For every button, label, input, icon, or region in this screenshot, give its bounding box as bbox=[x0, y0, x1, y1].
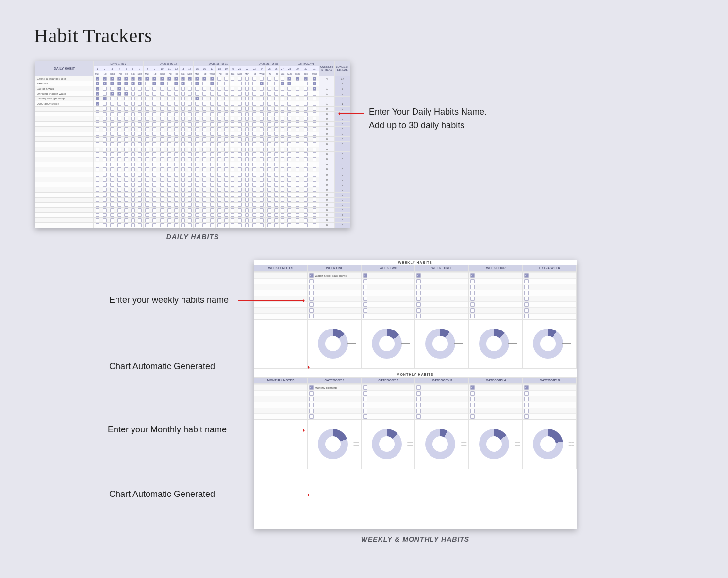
checkbox-icon[interactable] bbox=[416, 403, 421, 407]
checkbox-icon[interactable] bbox=[152, 213, 156, 217]
habit-day-cell[interactable] bbox=[116, 223, 123, 228]
habit-day-cell[interactable] bbox=[193, 96, 201, 101]
habit-day-cell[interactable] bbox=[230, 116, 236, 121]
habit-day-cell[interactable] bbox=[258, 172, 266, 177]
habit-day-cell[interactable] bbox=[251, 106, 258, 111]
habit-day-cell[interactable] bbox=[166, 96, 173, 101]
checkbox-icon[interactable] bbox=[195, 107, 199, 111]
checkbox-icon[interactable] bbox=[238, 178, 242, 182]
habit-row[interactable] bbox=[308, 296, 361, 301]
checkbox-icon[interactable] bbox=[202, 102, 206, 106]
habit-day-cell[interactable] bbox=[243, 142, 251, 147]
checkbox-icon[interactable] bbox=[188, 142, 192, 146]
checkbox-icon[interactable] bbox=[309, 291, 314, 295]
checkbox-icon[interactable] bbox=[470, 314, 475, 318]
habit-row[interactable] bbox=[362, 307, 415, 313]
habit-day-cell[interactable] bbox=[173, 198, 180, 202]
habit-day-cell[interactable] bbox=[208, 132, 216, 136]
habit-day-cell[interactable] bbox=[193, 147, 201, 151]
habit-day-cell[interactable] bbox=[230, 142, 236, 147]
habit-day-cell[interactable] bbox=[143, 192, 151, 197]
checkbox-icon[interactable] bbox=[167, 87, 171, 91]
habit-day-cell[interactable] bbox=[302, 207, 310, 212]
checkbox-icon[interactable] bbox=[181, 77, 185, 81]
checkbox-icon[interactable] bbox=[152, 152, 156, 156]
checkbox-icon[interactable] bbox=[260, 117, 264, 121]
checkbox-icon[interactable] bbox=[174, 213, 178, 217]
checkbox-icon[interactable] bbox=[274, 77, 278, 81]
checkbox-icon[interactable] bbox=[281, 137, 284, 141]
habit-day-cell[interactable] bbox=[230, 121, 236, 126]
checkbox-icon[interactable] bbox=[260, 142, 264, 146]
checkbox-icon[interactable] bbox=[202, 167, 206, 171]
checkbox-icon[interactable] bbox=[238, 167, 242, 171]
checkbox-icon[interactable] bbox=[103, 223, 107, 227]
checkbox-icon[interactable] bbox=[160, 152, 164, 156]
habit-day-cell[interactable] bbox=[286, 192, 293, 197]
habit-row[interactable] bbox=[308, 307, 361, 313]
habit-day-cell[interactable] bbox=[230, 76, 236, 81]
checkbox-icon[interactable] bbox=[224, 142, 228, 146]
checkbox-icon[interactable] bbox=[195, 117, 199, 121]
habit-day-cell[interactable] bbox=[223, 182, 229, 187]
checkbox-icon[interactable] bbox=[274, 152, 278, 156]
checkbox-icon[interactable] bbox=[96, 193, 99, 197]
checkbox-icon[interactable] bbox=[131, 102, 135, 106]
habit-day-cell[interactable] bbox=[108, 81, 116, 86]
habit-day-cell[interactable] bbox=[273, 132, 279, 136]
checkbox-icon[interactable] bbox=[210, 102, 214, 106]
habit-day-cell[interactable] bbox=[136, 142, 144, 147]
checkbox-icon[interactable] bbox=[110, 127, 114, 131]
habit-day-cell[interactable] bbox=[116, 152, 123, 157]
checkbox-icon[interactable] bbox=[252, 157, 256, 161]
habit-day-cell[interactable] bbox=[243, 167, 251, 172]
habit-day-cell[interactable] bbox=[251, 202, 258, 207]
checkbox-icon[interactable] bbox=[103, 102, 107, 106]
checkbox-icon[interactable] bbox=[110, 193, 114, 197]
habit-row[interactable] bbox=[254, 301, 307, 307]
habit-day-cell[interactable] bbox=[223, 202, 229, 207]
checkbox-icon[interactable] bbox=[131, 203, 135, 207]
habit-day-cell[interactable] bbox=[201, 182, 208, 187]
checkbox-icon[interactable] bbox=[304, 122, 308, 126]
checkbox-icon[interactable] bbox=[238, 82, 242, 85]
habit-day-cell[interactable] bbox=[258, 152, 266, 157]
checkbox-icon[interactable] bbox=[309, 403, 314, 407]
checkbox-icon[interactable] bbox=[131, 97, 135, 100]
habit-day-cell[interactable] bbox=[94, 198, 101, 202]
habit-day-cell[interactable] bbox=[101, 182, 108, 187]
habit-day-cell[interactable] bbox=[158, 157, 166, 162]
habit-day-cell[interactable] bbox=[293, 101, 302, 106]
checkbox-icon[interactable] bbox=[470, 279, 475, 283]
checkbox-icon[interactable] bbox=[131, 163, 135, 166]
checkbox-icon[interactable] bbox=[252, 218, 256, 222]
habit-day-cell[interactable] bbox=[143, 157, 151, 162]
checkbox-icon[interactable] bbox=[267, 178, 271, 182]
habit-row[interactable] bbox=[254, 413, 307, 419]
checkbox-icon[interactable] bbox=[313, 218, 316, 222]
habit-day-cell[interactable] bbox=[143, 207, 151, 212]
habit-day-cell[interactable] bbox=[130, 198, 136, 202]
habit-day-cell[interactable] bbox=[143, 223, 151, 228]
checkbox-icon[interactable] bbox=[267, 208, 271, 212]
checkbox-icon[interactable] bbox=[274, 87, 278, 91]
checkbox-icon[interactable] bbox=[470, 273, 475, 278]
habit-day-cell[interactable] bbox=[273, 121, 279, 126]
habit-row[interactable] bbox=[308, 313, 361, 319]
habit-day-cell[interactable] bbox=[236, 157, 243, 162]
habit-day-cell[interactable] bbox=[223, 198, 229, 202]
habit-day-cell[interactable] bbox=[258, 213, 266, 217]
habit-day-cell[interactable] bbox=[193, 172, 201, 177]
habit-day-cell[interactable] bbox=[151, 142, 158, 147]
checkbox-icon[interactable] bbox=[260, 208, 264, 212]
habit-row[interactable] bbox=[523, 402, 576, 408]
checkbox-icon[interactable] bbox=[252, 188, 256, 192]
habit-day-cell[interactable] bbox=[251, 192, 258, 197]
checkbox-icon[interactable] bbox=[117, 198, 121, 202]
habit-day-cell[interactable] bbox=[266, 132, 273, 136]
habit-day-cell[interactable] bbox=[116, 207, 123, 212]
checkbox-icon[interactable] bbox=[210, 142, 214, 146]
habit-row[interactable] bbox=[254, 290, 307, 296]
habit-day-cell[interactable] bbox=[193, 223, 201, 228]
checkbox-icon[interactable] bbox=[210, 163, 214, 166]
